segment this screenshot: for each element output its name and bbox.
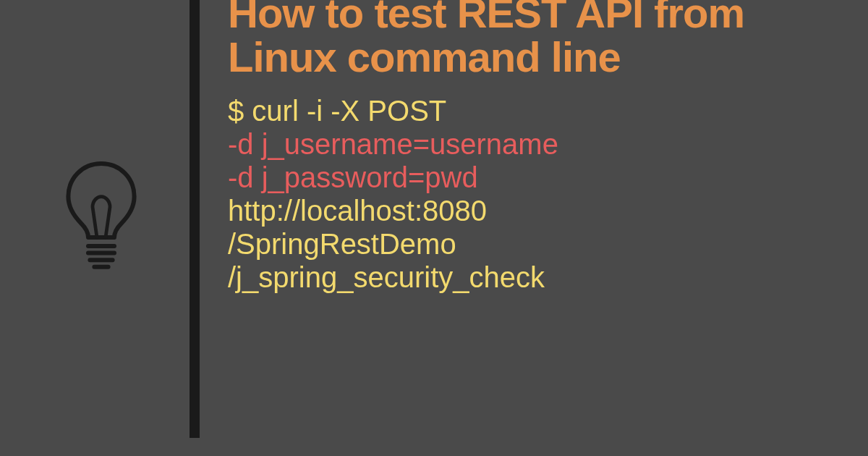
code-line-1: $ curl -i -X POST bbox=[228, 94, 843, 127]
vertical-divider bbox=[190, 0, 200, 438]
code-block: $ curl -i -X POST -d j_username=username… bbox=[228, 94, 843, 294]
page-title: How to test REST API from Linux command … bbox=[228, 0, 843, 80]
lightbulb-icon bbox=[58, 159, 145, 271]
code-line-2: -d j_username=username bbox=[228, 127, 843, 161]
code-line-4: http://localhost:8080 bbox=[228, 194, 843, 227]
code-line-5: /SpringRestDemo bbox=[228, 227, 843, 261]
content-area: How to test REST API from Linux command … bbox=[228, 0, 843, 294]
code-line-6: /j_spring_security_check bbox=[228, 261, 843, 294]
code-line-3: -d j_password=pwd bbox=[228, 161, 843, 194]
